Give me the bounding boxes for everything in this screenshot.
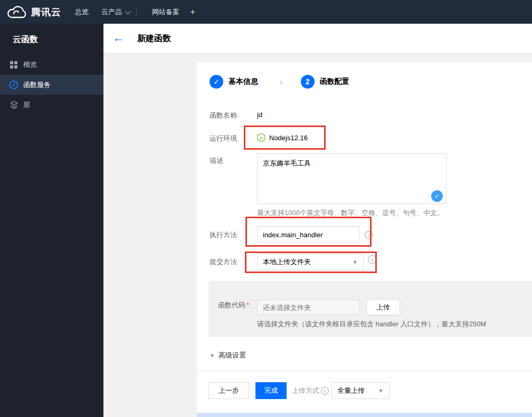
upload-mode-select[interactable]: 全量上传 ▼ [331, 382, 390, 399]
topbar: 腾讯云 总览 云产品 网站备案 + [0, 0, 532, 24]
sidebar-item-overview[interactable]: 概览 [0, 55, 103, 75]
submit-method-value: 本地上传文件夹 [263, 257, 311, 267]
topnav-products-label: 云产品 [101, 7, 122, 17]
step-1-label: 基本信息 [229, 77, 258, 86]
upload-button[interactable]: 上传 [366, 299, 400, 315]
sidebar-item-label: 函数服务 [23, 80, 51, 90]
upload-mode-label: 上传方式 i [292, 386, 329, 395]
layers-icon [10, 100, 18, 110]
sidebar-item-label: 层 [23, 100, 30, 110]
submit-method-select[interactable]: 本地上传文件夹 ▼ [257, 254, 364, 270]
sidebar-item-layers[interactable]: 层 [0, 95, 103, 115]
function-name-label: 函数名称 [210, 111, 237, 120]
hexagon-function-icon [10, 80, 18, 90]
advanced-settings-toggle[interactable]: ▼ 高级设置 [210, 351, 246, 360]
description-hint: 最大支持1000个英文字母、数字、空格、逗号、句号、中文。 [257, 208, 444, 218]
required-asterisk: * [246, 301, 249, 309]
folder-path-input[interactable] [257, 299, 360, 315]
tencent-cloud-logo-icon [7, 5, 26, 19]
topnav-icp[interactable]: 网站备案 [152, 0, 179, 24]
handler-input[interactable] [257, 226, 359, 243]
bottom-strip [197, 413, 532, 417]
runtime-value-row: js Nodejs12.16 [257, 133, 308, 142]
triangle-down-icon: ▼ [210, 353, 215, 358]
sidebar-item-label: 概览 [23, 60, 37, 70]
submit-method-label: 提交方法 [210, 257, 237, 267]
caret-down-icon: ▼ [378, 387, 384, 394]
chevron-down-icon [125, 8, 131, 14]
create-function-card: ✓ 基本信息 › 2 函数配置 函数名称 jd 运行环境 js Nodejs12… [197, 62, 532, 413]
advanced-settings-label: 高级设置 [218, 351, 246, 360]
upload-mode-info-icon[interactable]: i [321, 387, 329, 395]
grid-icon [10, 60, 18, 70]
upload-mode-label-text: 上传方式 [292, 386, 319, 395]
step-2-label: 函数配置 [320, 77, 349, 86]
stepper: ✓ 基本信息 › 2 函数配置 [210, 75, 349, 89]
function-name-value: jd [257, 111, 262, 119]
function-code-label: 函数代码* [218, 300, 249, 310]
brand-name: 腾讯云 [31, 6, 61, 18]
caret-down-icon: ▼ [352, 259, 358, 265]
sidebar-item-function-service[interactable]: 函数服务 [0, 75, 103, 95]
add-tab-button[interactable]: + [190, 0, 195, 24]
svg-text:js: js [259, 136, 263, 140]
footer-divider [197, 371, 532, 371]
topnav-products[interactable]: 云产品 [101, 0, 129, 24]
runtime-value: Nodejs12.16 [269, 134, 308, 142]
submit-method-info-icon[interactable]: i [368, 255, 376, 264]
step-2-number: 2 [301, 75, 315, 89]
finish-button[interactable]: 完成 [255, 382, 287, 399]
nodejs-icon: js [257, 133, 265, 142]
step-arrow-icon: › [279, 76, 283, 88]
function-code-section: 函数代码* 上传 请选择文件夹（该文件夹根目录应包含 handler 入口文件）… [208, 281, 532, 337]
handler-info-icon[interactable]: i [365, 231, 373, 239]
handler-label: 执行方法 [210, 230, 237, 240]
page: 腾讯云 总览 云产品 网站备案 + 云函数 概览 [0, 0, 532, 417]
topnav-overview[interactable]: 总览 [75, 0, 89, 24]
page-header: ← 新建函数 [103, 24, 532, 53]
upload-mode-value: 全量上传 [337, 386, 365, 395]
back-button[interactable]: ← [113, 31, 124, 45]
sidebar-menu: 概览 函数服务 层 [0, 55, 103, 115]
sidebar-title: 云函数 [13, 34, 38, 45]
topnav-divider [136, 7, 137, 16]
function-code-hint: 请选择文件夹（该文件夹根目录应包含 handler 入口文件），最大支持250M [257, 319, 486, 329]
sidebar: 云函数 概览 [0, 24, 103, 417]
brand-home-link[interactable]: 腾讯云 [7, 0, 61, 24]
description-textarea[interactable]: 京东薅羊毛工具 [257, 153, 446, 204]
runtime-label: 运行环境 [210, 134, 237, 143]
page-title: 新建函数 [137, 33, 171, 44]
valid-check-icon: ✓ [431, 190, 443, 202]
function-code-label-text: 函数代码 [218, 301, 245, 309]
previous-step-button[interactable]: 上一步 [208, 382, 249, 399]
step-1-check-icon: ✓ [210, 75, 223, 89]
description-label: 描述 [210, 156, 223, 166]
